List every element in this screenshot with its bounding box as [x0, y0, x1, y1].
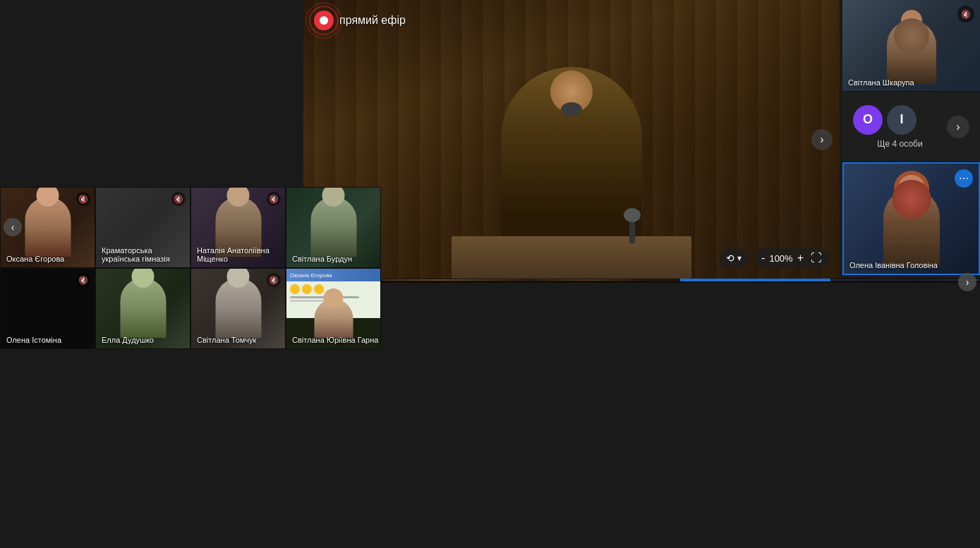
live-text: прямий ефір: [339, 14, 406, 27]
grid-cell-olena-i: 🔇 Олена Істоміна: [0, 268, 95, 349]
person-ella: [120, 278, 166, 338]
inna-bg: [831, 279, 979, 281]
more-count-label: Ще 4 особи: [853, 139, 947, 149]
person-oksana: [25, 197, 71, 257]
mute-icon: 🔇: [961, 10, 971, 19]
head-svitlana-t: [227, 268, 250, 288]
pres-title-text: Оксана Єгорова: [290, 272, 332, 279]
zoom-in-icon[interactable]: +: [797, 252, 804, 264]
glasses-left: [901, 185, 909, 190]
head-oksana: [37, 187, 59, 207]
presenter-area: [452, 46, 691, 279]
name-ella: Елла Дудушко: [102, 336, 154, 344]
avatar-o: O: [853, 105, 883, 135]
desk-surface: [452, 236, 691, 279]
fireplace-maryna: [788, 281, 823, 282]
avatar-i: I: [887, 105, 917, 135]
live-icon: [314, 11, 334, 30]
name-svitlana-burdun: Світлана Бурдун: [292, 255, 352, 263]
live-dot: [320, 16, 328, 25]
participant-grid-row-2: 🔇 Олена Істоміна Елла Дудушко 🔇 Світлана…: [0, 268, 381, 349]
bottom-grid-next-button[interactable]: ›: [958, 273, 976, 291]
sync-dropdown: ▾: [737, 253, 742, 263]
grid-cell-svitlana-t: 🔇 Світлана Томчук: [190, 268, 286, 349]
pres-icon-3: [314, 284, 324, 294]
bottom-grid-area: 🔇 Olha Toropenko 🔇 Anna Yermolina: [381, 279, 980, 548]
avatars-container: O I Ще 4 особи: [853, 105, 947, 149]
participant-grid-row-1: 🔇 Оксана Єгорова 🔇 Краматорська українсь…: [0, 187, 381, 268]
person-svitlana-b: [310, 197, 356, 257]
sync-button[interactable]: ⟲ ▾: [719, 248, 749, 268]
person-head: [901, 10, 922, 31]
avatar-row: O I: [853, 105, 947, 135]
anna-bg: [531, 279, 679, 281]
name-svitlana-t: Світлана Томчук: [197, 336, 256, 344]
mute-olena-i: 🔇: [76, 273, 90, 287]
zoom-out-icon[interactable]: -: [761, 252, 765, 264]
name-olena-i: Олена Істоміна: [6, 336, 61, 344]
participant-name-shkarupa: Світлана Шкарупа: [848, 78, 914, 87]
pres-icon-2: [302, 284, 312, 294]
glasses-right: [914, 185, 922, 190]
main-video-area: прямий ефір ⟲ ▾ - 100% + ⛶ ›: [303, 0, 840, 279]
person-svitlana-t: [215, 278, 261, 338]
main-video-controls: ⟲ ▾ - 100% + ⛶: [719, 248, 829, 268]
mute-svitlana-t: 🔇: [267, 273, 281, 287]
person-svitlana-g: [314, 299, 353, 338]
presenter-headphones: [561, 102, 582, 116]
cell-olena-kl: 🔇 Олена Клещова: [581, 281, 780, 283]
left-grid-top-row: ‹ 🔇 Оксана Єгорова 🔇 Краматорська україн…: [0, 187, 381, 349]
head-svitlana-b: [322, 187, 345, 207]
sync-icon: ⟲: [726, 252, 734, 264]
pres-header-bar: Оксана Єгорова: [286, 269, 380, 281]
more-participants-expand-button[interactable]: ›: [947, 116, 969, 138]
cell-world-friend: World Friend: [381, 281, 581, 283]
zoom-percent: 100%: [769, 253, 792, 264]
grid-cell-natalia: 🔇 Наталія Анатоліївна Міщенко: [190, 187, 286, 268]
sidebar-participant-svitlana-shkarupa: 🔇 Світлана Шкарупа: [842, 0, 980, 92]
name-natalia: Наталія Анатоліївна Міщенко: [197, 246, 285, 263]
olha-bg: [382, 279, 530, 281]
name-oksana: Оксана Єгорова: [6, 255, 64, 263]
more-participants-area: O I Ще 4 особи ›: [842, 92, 980, 162]
more-dots-icon: ⋯: [959, 173, 969, 184]
left-grid-prev-button[interactable]: ‹: [4, 218, 22, 236]
more-menu-button-olena[interactable]: ⋯: [955, 169, 973, 188]
mute-oksana: 🔇: [76, 192, 90, 206]
person-body-olena: [883, 189, 940, 267]
main-video-next-button[interactable]: ›: [811, 129, 833, 150]
bottom-row-2: World Friend 🔇 Олена Клещова: [381, 281, 980, 283]
participant-name-olena: Олена Іванівна Головіна: [849, 261, 938, 269]
zoom-controls: - 100% + ⛶: [754, 248, 829, 268]
pres-icon-1: [290, 284, 300, 294]
microphone-stand: [629, 215, 635, 243]
person-head-olena: [898, 175, 925, 202]
mute-natalia: 🔇: [267, 192, 281, 206]
grid-cell-ella: Елла Дудушко: [95, 268, 190, 349]
right-sidebar: 🔇 Світлана Шкарупа O I Ще 4 особи ›: [842, 0, 980, 279]
mute-icon-shkarupa: 🔇: [957, 6, 974, 23]
head-ella: [132, 268, 155, 288]
microphone-head: [624, 208, 641, 222]
mute-kramatorska: 🔇: [171, 192, 186, 206]
featured-participant-olena: ⋯ Олена Іванівна Головіна: [842, 162, 980, 275]
grid-cell-svitlana-g: Оксана Єгорова Світлана Юріївна Гарна: [286, 268, 381, 349]
grid-cell-kramatorska: 🔇 Краматорська українська гімназія: [95, 187, 190, 268]
fullscreen-icon[interactable]: ⛶: [811, 252, 822, 264]
live-badge: прямий ефір: [314, 11, 406, 30]
name-kramatorska: Краматорська українська гімназія: [102, 246, 190, 263]
person-body: [887, 20, 936, 84]
name-svitlana-g: Світлана Юріївна Гарна: [292, 336, 378, 344]
head-natalia: [227, 187, 250, 207]
cell-maryna: Марина Віталіївна Мочикіна: [780, 281, 980, 283]
main-video-background: [303, 0, 840, 279]
head-svitlana-g: [324, 288, 344, 308]
grid-cell-svitlana-burdun: Світлана Бурдун: [286, 187, 381, 268]
